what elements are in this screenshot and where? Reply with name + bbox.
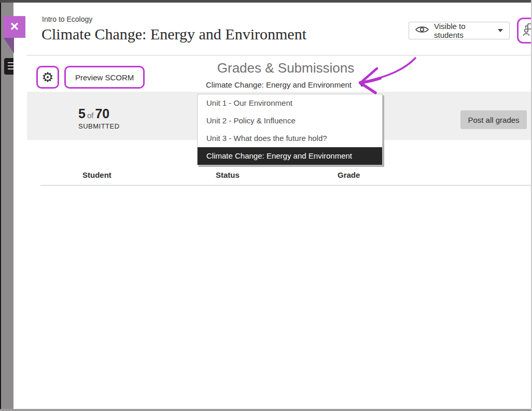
caret-down-icon <box>498 29 503 32</box>
submitted-count: 5 <box>78 106 86 121</box>
visibility-label: Visible to students <box>434 22 493 39</box>
menu-item-unit-1[interactable]: Unit 1 - Our Environment <box>198 94 382 112</box>
column-header-status: Status <box>216 171 240 179</box>
eye-icon <box>415 25 429 36</box>
total-count: 70 <box>95 106 109 121</box>
column-header-grade: Grade <box>338 171 360 179</box>
roster-notification-icon <box>522 22 532 39</box>
submission-summary: 5of70 SUBMITTED <box>78 106 120 130</box>
of-label: of <box>86 111 95 120</box>
section-heading: Grades & Submissions <box>27 60 532 76</box>
roster-notification-button[interactable] <box>517 18 532 44</box>
header-divider <box>27 55 532 55</box>
content-panel: Intro to Ecology Climate Change: Energy … <box>13 3 531 409</box>
menu-item-unit-3[interactable]: Unit 3 - What does the future hold? <box>198 130 382 147</box>
content-selector-dropdown[interactable]: Climate Change: Energy and Environment <box>206 80 366 89</box>
content-selector-menu: Unit 1 - Our Environment Unit 2 - Policy… <box>197 94 383 165</box>
table-header-divider <box>40 185 532 186</box>
menu-item-unit-2[interactable]: Unit 2 - Policy & Influence <box>198 112 382 130</box>
selector-value: Climate Change: Energy and Environment <box>206 80 352 89</box>
breadcrumb-course[interactable]: Intro to Ecology <box>42 15 92 23</box>
page-title: Climate Change: Energy and Environment <box>41 25 306 43</box>
close-icon[interactable]: × <box>4 16 25 38</box>
column-header-student: Student <box>82 171 111 179</box>
window-bottom-edge <box>0 409 532 411</box>
post-all-grades-button[interactable]: Post all grades <box>460 110 527 129</box>
visibility-dropdown-button[interactable]: Visible to students <box>409 22 510 39</box>
submitted-label: SUBMITTED <box>78 122 120 130</box>
caret-down-icon <box>358 82 366 87</box>
menu-item-climate-change[interactable]: Climate Change: Energy and Environment <box>198 147 382 165</box>
window-top-edge <box>0 0 532 3</box>
